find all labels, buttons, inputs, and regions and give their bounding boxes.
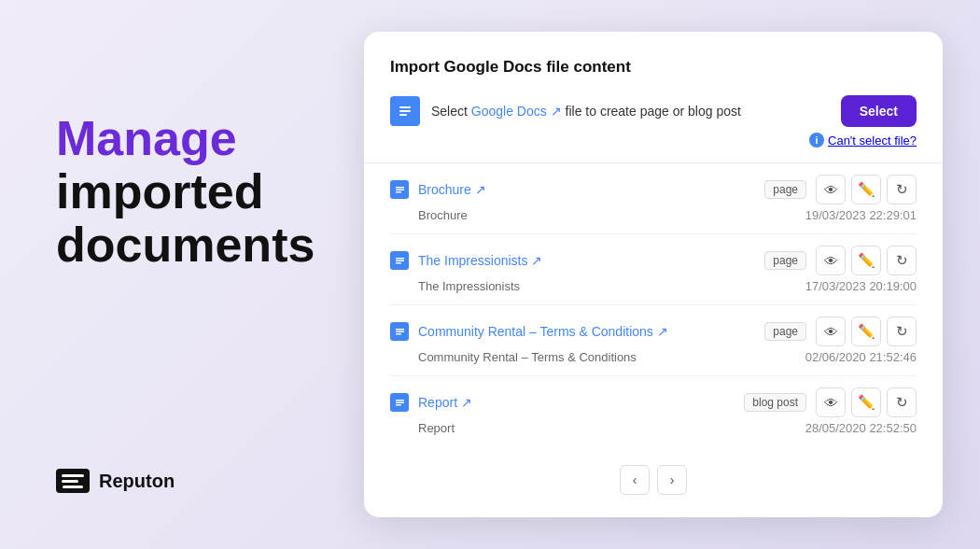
doc-row-bottom-2: Community Rental – Terms & Conditions 02… [390,350,917,364]
doc-icon [390,180,409,199]
doc-actions-1: 👁 ✏️ ↻ [816,246,917,275]
view-btn-0[interactable]: 👁 [816,175,846,204]
cant-select-row: i Can't select file? [390,133,917,148]
left-panel: Manage importeddocuments Reputon [0,0,345,549]
svg-rect-13 [396,329,404,331]
headline: Manage importeddocuments [56,112,308,273]
headline-highlight: Manage [56,112,308,165]
dialog-title: Import Google Docs file content [390,58,917,77]
select-button[interactable]: Select [841,95,917,127]
select-file-row: Select Google Docs ↗ file to create page… [390,95,917,127]
doc-link-1[interactable]: The Impressionists ↗ [418,253,542,268]
doc-link-2[interactable]: Community Rental – Terms & Conditions ↗ [418,324,668,339]
sync-btn-0[interactable]: ↻ [887,175,917,204]
next-page-button[interactable]: › [657,465,687,495]
svg-rect-17 [396,400,404,401]
edit-btn-3[interactable]: ✏️ [851,387,881,417]
sync-btn-1[interactable]: ↻ [887,246,917,275]
dialog-card: Import Google Docs file content Select G… [364,32,943,517]
doc-name: Report ↗ [418,395,735,410]
doc-subtitle-1: The Impressionists [418,279,520,293]
svg-rect-7 [396,191,401,193]
doc-badge-1: page [764,251,806,270]
doc-row: Report ↗ blog post 👁 ✏️ ↻ Report 28/05/2… [390,376,917,446]
edit-btn-1[interactable]: ✏️ [851,246,881,275]
google-docs-icon [390,96,420,126]
doc-actions-2: 👁 ✏️ ↻ [816,317,917,346]
doc-row-top: Community Rental – Terms & Conditions ↗ … [390,317,917,346]
doc-link-0[interactable]: Brochure ↗ [418,182,486,197]
doc-date-0: 19/03/2023 22:29:01 [805,208,917,222]
svg-rect-2 [399,110,411,112]
doc-actions-0: 👁 ✏️ ↻ [816,175,917,204]
svg-rect-3 [399,114,407,116]
sync-btn-3[interactable]: ↻ [887,387,917,417]
doc-date-3: 28/05/2020 22:52:50 [805,421,917,435]
logo-text: Reputon [99,471,175,492]
doc-subtitle-3: Report [418,421,455,435]
select-prefix: Select [431,104,468,119]
doc-badge-0: page [764,180,806,199]
info-icon: i [809,133,824,148]
doc-row-bottom-0: Brochure 19/03/2023 22:29:01 [390,208,917,222]
doc-row: Brochure ↗ page 👁 ✏️ ↻ Brochure 19/03/20… [390,163,917,234]
svg-rect-6 [396,189,404,190]
doc-subtitle-0: Brochure [418,208,468,222]
view-btn-2[interactable]: 👁 [816,317,846,346]
svg-rect-19 [396,404,401,406]
svg-rect-1 [399,106,411,108]
prev-page-button[interactable]: ‹ [620,465,650,495]
logo-area: Reputon [56,469,308,493]
svg-rect-14 [396,331,404,332]
doc-name: Brochure ↗ [418,182,755,197]
doc-row-bottom-3: Report 28/05/2020 22:52:50 [390,421,917,435]
doc-badge-2: page [764,322,806,341]
svg-rect-10 [396,260,404,261]
select-text-desc: Select Google Docs ↗ file to create page… [431,104,830,119]
doc-row-top: Report ↗ blog post 👁 ✏️ ↻ [390,387,917,417]
edit-btn-2[interactable]: ✏️ [851,317,881,346]
doc-row: The Impressionists ↗ page 👁 ✏️ ↻ The Imp… [390,234,917,305]
doc-row-bottom-1: The Impressionists 17/03/2023 20:19:00 [390,279,917,293]
doc-link-3[interactable]: Report ↗ [418,395,472,410]
doc-row-top: Brochure ↗ page 👁 ✏️ ↻ [390,175,917,204]
doc-row-top: The Impressionists ↗ page 👁 ✏️ ↻ [390,246,917,275]
cant-select-link[interactable]: Can't select file? [828,134,917,148]
select-suffix: file to create page or blog post [566,104,741,119]
doc-icon [390,393,409,412]
google-docs-link[interactable]: Google Docs ↗ [471,104,562,119]
doc-name: Community Rental – Terms & Conditions ↗ [418,324,755,339]
svg-rect-18 [396,401,404,403]
doc-badge-3: blog post [744,393,806,412]
doc-subtitle-2: Community Rental – Terms & Conditions [418,350,637,364]
view-btn-3[interactable]: 👁 [816,387,846,417]
doc-icon [390,322,409,341]
sync-btn-2[interactable]: ↻ [887,317,917,346]
headline-rest: importeddocuments [56,165,308,272]
view-btn-1[interactable]: 👁 [816,246,846,275]
doc-date-1: 17/03/2023 20:19:00 [805,279,917,293]
right-panel: Import Google Docs file content Select G… [345,4,980,545]
doc-date-2: 02/06/2020 21:52:46 [805,350,917,364]
edit-btn-0[interactable]: ✏️ [851,175,881,204]
logo-icon [56,469,90,493]
svg-rect-9 [396,258,404,260]
pagination: ‹ › [390,461,917,495]
doc-actions-3: 👁 ✏️ ↻ [816,387,917,417]
svg-rect-5 [396,187,404,189]
doc-row: Community Rental – Terms & Conditions ↗ … [390,305,917,376]
svg-rect-11 [396,262,401,264]
doc-list: Brochure ↗ page 👁 ✏️ ↻ Brochure 19/03/20… [390,163,917,446]
doc-icon [390,251,409,270]
doc-name: The Impressionists ↗ [418,253,755,268]
svg-rect-15 [396,333,401,335]
